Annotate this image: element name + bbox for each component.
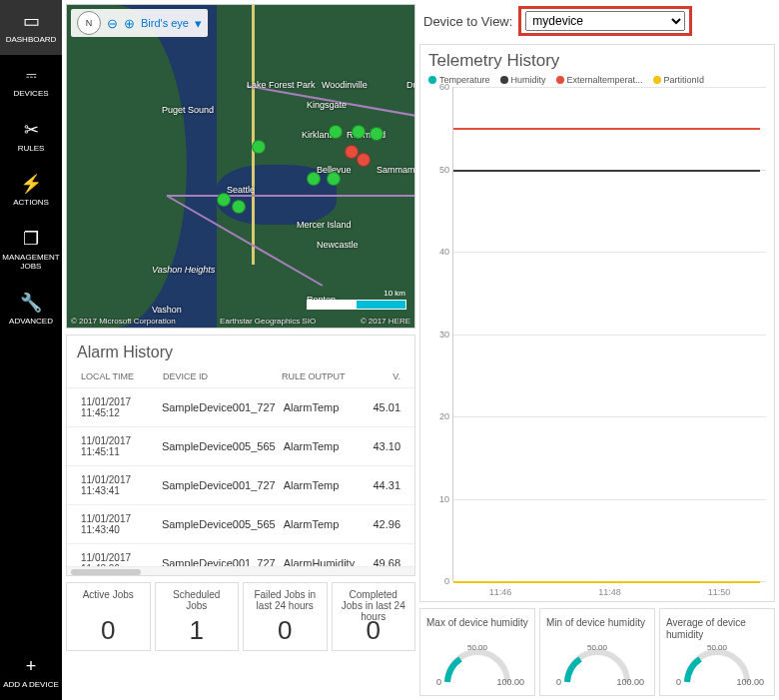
alarm-history-panel: Alarm History LOCAL TIME DEVICE ID RULE …	[66, 335, 415, 576]
job-tile-failed[interactable]: Failed Jobs in last 24 hours0	[243, 582, 328, 651]
table-row[interactable]: 11/01/2017 11:43:40SampleDevice005_565Al…	[67, 505, 414, 544]
map-zoom-in[interactable]: ⊕	[124, 16, 135, 31]
advanced-icon: 🔧	[20, 292, 42, 314]
chevron-down-icon[interactable]: ▾	[195, 16, 202, 31]
telemetry-panel: Telemetry History Temperature Humidity E…	[419, 44, 775, 602]
device-selector-row: Device to View: mydevice	[419, 4, 775, 38]
actions-icon: ⚡	[20, 173, 42, 195]
add-icon: +	[26, 656, 37, 677]
alarm-table-head: LOCAL TIME DEVICE ID RULE OUTPUT V.	[67, 365, 414, 388]
sidebar-item-label: DEVICES	[13, 90, 48, 99]
jobs-summary: Active Jobs0 Scheduled Jobs1 Failed Jobs…	[66, 582, 415, 651]
job-tile-completed[interactable]: Completed Jobs in last 24 hours0	[332, 582, 416, 651]
sidebar-item-dashboard[interactable]: ▭ DASHBOARD	[0, 0, 62, 55]
gauge-arc: 050.00100.00	[442, 649, 512, 685]
sidebar-item-label: ADVANCED	[9, 318, 53, 327]
sidebar-item-management-jobs[interactable]: ❐ MANAGEMENT JOBS	[0, 218, 62, 282]
dashboard-icon: ▭	[23, 10, 40, 32]
legend-swatch-partition	[653, 76, 661, 84]
birdseye-link[interactable]: Bird's eye	[141, 17, 189, 29]
sidebar-item-label: ADD A DEVICE	[3, 681, 59, 690]
telemetry-title: Telemetry History	[428, 51, 766, 71]
sidebar-item-label: MANAGEMENT JOBS	[2, 254, 60, 272]
horizontal-scrollbar[interactable]	[67, 566, 414, 575]
alarm-history-title: Alarm History	[67, 336, 414, 365]
sidebar-item-label: RULES	[18, 145, 45, 154]
job-tile-active[interactable]: Active Jobs0	[66, 582, 151, 651]
sidebar-item-rules[interactable]: ✂ RULES	[0, 109, 62, 164]
sidebar-item-label: ACTIONS	[13, 199, 49, 208]
device-selector-label: Device to View:	[423, 14, 512, 29]
map[interactable]: Puget Sound Seattle Kirkland Redmond Bel…	[66, 4, 415, 329]
alarm-table-body[interactable]: 11/01/2017 11:45:12SampleDevice001_727Al…	[67, 388, 414, 566]
gauge-max-humidity: Max of device humidity 050.00100.00	[419, 608, 535, 696]
rules-icon: ✂	[24, 119, 39, 141]
table-row[interactable]: 11/01/2017 11:43:06SampleDevice001_727Al…	[67, 544, 414, 566]
gauge-arc: 050.00100.00	[682, 649, 752, 685]
map-controls: N ⊖ ⊕ Bird's eye ▾	[71, 9, 208, 37]
device-select[interactable]: mydevice	[525, 11, 685, 31]
map-scale: 10 km	[307, 300, 406, 310]
gauges-row: Max of device humidity 050.00100.00 Min …	[419, 608, 775, 696]
gauge-arc: 050.00100.00	[562, 649, 632, 685]
legend-swatch-external	[556, 76, 564, 84]
sidebar: ▭ DASHBOARD ⎓ DEVICES ✂ RULES ⚡ ACTIONS …	[0, 0, 62, 700]
jobs-icon: ❐	[23, 228, 39, 250]
map-bg: Puget Sound Seattle Kirkland Redmond Bel…	[67, 5, 414, 328]
sidebar-item-actions[interactable]: ⚡ ACTIONS	[0, 163, 62, 218]
compass-icon[interactable]: N	[77, 11, 101, 35]
job-tile-scheduled[interactable]: Scheduled Jobs1	[155, 582, 240, 651]
map-attribution: © 2017 Microsoft Corporation Earthstar G…	[71, 317, 410, 326]
gauge-avg-humidity: Average of device humidity 050.00100.00	[659, 608, 775, 696]
sidebar-item-advanced[interactable]: 🔧 ADVANCED	[0, 282, 62, 337]
gauge-min-humidity: Min of device humidity 050.00100.00	[539, 608, 655, 696]
telemetry-chart[interactable]: 010203040506011:4611:4811:50	[452, 87, 766, 581]
legend-swatch-humidity	[500, 76, 508, 84]
table-row[interactable]: 11/01/2017 11:45:11SampleDevice005_565Al…	[67, 427, 414, 466]
table-row[interactable]: 11/01/2017 11:43:41SampleDevice001_727Al…	[67, 466, 414, 505]
devices-icon: ⎓	[26, 65, 37, 86]
sidebar-add-device[interactable]: + ADD A DEVICE	[0, 646, 62, 700]
map-zoom-out[interactable]: ⊖	[107, 16, 118, 31]
device-selector-highlight: mydevice	[518, 6, 692, 36]
sidebar-item-label: DASHBOARD	[6, 36, 57, 45]
table-row[interactable]: 11/01/2017 11:45:12SampleDevice001_727Al…	[67, 388, 414, 427]
telemetry-legend: Temperature Humidity Externaltemperat...…	[428, 75, 766, 85]
sidebar-item-devices[interactable]: ⎓ DEVICES	[0, 55, 62, 109]
